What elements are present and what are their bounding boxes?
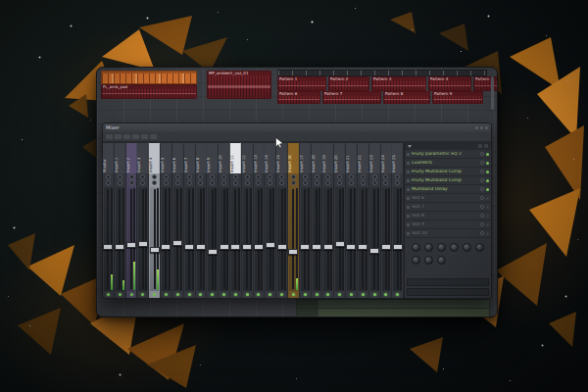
mixer-channel[interactable]: Insert 20 [334, 142, 346, 298]
slot-enable-led[interactable] [486, 215, 489, 218]
mixer-channel[interactable]: Insert 17 [300, 142, 312, 298]
pan-knob[interactable] [187, 174, 192, 179]
pan-knob[interactable] [221, 174, 226, 179]
stereo-knob[interactable] [187, 180, 192, 185]
mixer-channel[interactable]: Insert 8 [196, 142, 208, 298]
fader-handle[interactable] [346, 244, 356, 250]
stereo-knob[interactable] [245, 180, 250, 185]
fader-handle[interactable] [254, 244, 264, 250]
channel-led[interactable] [176, 293, 179, 296]
pan-knob[interactable] [325, 174, 330, 179]
stereo-knob[interactable] [361, 180, 366, 185]
mixer-channel[interactable]: Insert 2 [126, 142, 138, 298]
stereo-knob[interactable] [315, 180, 319, 185]
stereo-knob[interactable] [325, 180, 330, 185]
eq-knob[interactable] [450, 243, 459, 252]
fx-footer-bar[interactable] [407, 288, 489, 296]
stereo-knob[interactable] [118, 180, 122, 185]
mixer-channel[interactable]: Master [103, 142, 115, 298]
eq-knob[interactable] [412, 243, 420, 252]
stereo-knob[interactable] [256, 180, 261, 185]
mixer-channel[interactable]: Insert 13 [254, 142, 266, 298]
pan-knob[interactable] [372, 174, 377, 179]
stereo-knob[interactable] [233, 180, 238, 185]
toolbar-button[interactable] [106, 134, 113, 139]
pan-knob[interactable] [245, 174, 250, 179]
stereo-knob[interactable] [268, 180, 272, 185]
fx-slot[interactable]: Fruity parametric EQ 2 [405, 150, 491, 159]
slot-enable-led[interactable] [486, 179, 489, 182]
fader-handle[interactable] [266, 242, 275, 248]
channel-led[interactable] [338, 293, 341, 296]
fader-handle[interactable] [242, 244, 252, 250]
stereo-knob[interactable] [140, 180, 145, 185]
channel-led[interactable] [222, 293, 225, 296]
timeline-ruler[interactable] [277, 70, 487, 76]
pan-knob[interactable] [152, 174, 157, 179]
mixer-channel[interactable]: Insert 23 [369, 142, 381, 298]
channel-led[interactable] [326, 293, 329, 296]
playlist-clip[interactable]: Pattern 6 [277, 91, 320, 104]
fader-handle[interactable] [184, 244, 194, 250]
slot-enable-led[interactable] [486, 188, 489, 191]
stereo-knob[interactable] [372, 180, 377, 185]
pan-knob[interactable] [315, 174, 319, 179]
eq-knob[interactable] [412, 256, 420, 265]
mixer-channel[interactable]: Insert 16 [288, 142, 300, 298]
fx-slot[interactable]: Slot 8 [405, 212, 491, 220]
channel-led[interactable] [153, 293, 156, 296]
stereo-knob[interactable] [129, 180, 134, 185]
stereo-knob[interactable] [291, 180, 296, 185]
channel-led[interactable] [246, 293, 249, 296]
fader-handle[interactable] [196, 244, 206, 250]
slot-mix-knob[interactable] [480, 231, 484, 235]
fader-handle[interactable] [381, 244, 391, 250]
slot-mix-knob[interactable] [480, 187, 484, 191]
fx-slot[interactable]: Slot 7 [405, 203, 491, 212]
toolbar-button[interactable] [141, 134, 148, 139]
fader-handle[interactable] [103, 244, 113, 250]
stereo-knob[interactable] [106, 180, 111, 185]
pan-knob[interactable] [175, 174, 180, 179]
slot-enable-led[interactable] [486, 162, 489, 165]
fx-panel-header[interactable] [405, 142, 491, 150]
pan-knob[interactable] [395, 174, 400, 179]
stereo-knob[interactable] [221, 180, 226, 185]
channel-led[interactable] [269, 293, 271, 296]
stereo-knob[interactable] [395, 180, 400, 185]
mixer-channel[interactable]: Insert 24 [381, 142, 393, 298]
fx-header-button[interactable] [478, 144, 482, 148]
fx-slot[interactable]: Fruity Multiband Comp [405, 176, 491, 185]
fader-handle[interactable] [300, 244, 310, 250]
slot-enable-led[interactable] [486, 206, 489, 209]
pan-knob[interactable] [118, 174, 122, 179]
channel-led[interactable] [234, 293, 237, 296]
fader-handle[interactable] [323, 244, 333, 250]
channel-led[interactable] [130, 293, 133, 296]
slot-mix-knob[interactable] [480, 196, 484, 200]
mixer-channel[interactable]: Insert 18 [312, 142, 323, 298]
toolbar-button[interactable] [150, 134, 157, 139]
toolbar-button[interactable] [132, 134, 139, 139]
channel-led[interactable] [141, 293, 144, 296]
fader-handle[interactable] [312, 244, 321, 250]
pan-knob[interactable] [256, 174, 261, 179]
mixer-channel[interactable]: Insert 7 [184, 142, 196, 298]
fader-handle[interactable] [220, 244, 229, 250]
stereo-knob[interactable] [349, 180, 354, 185]
eq-knob[interactable] [475, 243, 484, 252]
playlist-clip[interactable]: Pattern 7 [322, 91, 381, 104]
slot-enable-led[interactable] [486, 171, 489, 173]
channel-led[interactable] [165, 293, 168, 296]
fx-slot[interactable]: LuxeVerb [405, 159, 491, 168]
pan-knob[interactable] [129, 174, 134, 179]
mixer-titlebar[interactable]: Mixer [103, 123, 491, 132]
playlist-clip[interactable]: Pattern 3 [371, 76, 426, 91]
eq-knob[interactable] [424, 243, 433, 252]
fader-handle[interactable] [335, 241, 345, 247]
playlist-clip[interactable]: Pattern 1 [277, 76, 326, 91]
channel-led[interactable] [188, 293, 191, 296]
fader-handle[interactable] [230, 244, 240, 250]
eq-knob[interactable] [437, 256, 446, 265]
toolbar-button[interactable] [123, 134, 130, 139]
